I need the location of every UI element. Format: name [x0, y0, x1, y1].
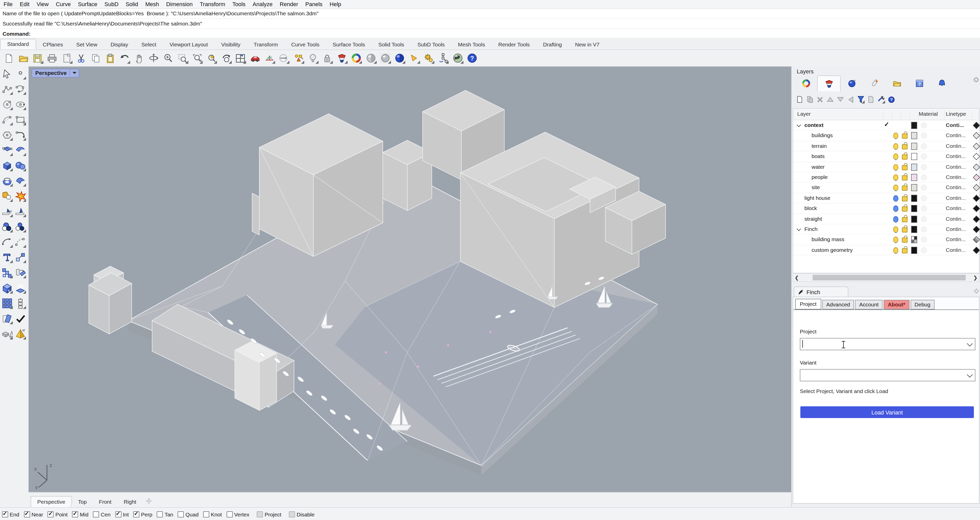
properties-tab-icon[interactable] — [795, 75, 817, 91]
layer-color-swatch[interactable] — [911, 195, 917, 201]
rotate-view-icon[interactable] — [148, 52, 159, 64]
toolbar-tab-curve-tools[interactable]: Curve Tools — [285, 40, 326, 49]
finch-options-gear-icon[interactable] — [974, 288, 980, 294]
layer-on-bulb-icon[interactable] — [893, 237, 898, 243]
polygon-icon[interactable] — [2, 130, 13, 141]
print-color-diamond[interactable] — [973, 236, 980, 243]
properties-page-icon[interactable] — [61, 52, 72, 64]
checkbox-checked-icon[interactable] — [24, 511, 30, 517]
toolbar-tab-visibility[interactable]: Visibility — [215, 40, 247, 49]
notifications-tab-icon[interactable] — [931, 75, 953, 91]
lock-objects-icon[interactable] — [322, 52, 333, 64]
variant-combobox[interactable] — [800, 369, 975, 381]
toolbar-tab-transform[interactable]: Transform — [247, 40, 285, 49]
checkbox-disabled-icon[interactable] — [257, 511, 263, 517]
layer-row-block[interactable]: block Contin... — [793, 203, 979, 214]
toolbar-tab-viewport-layout[interactable]: Viewport Layout — [163, 40, 215, 49]
layer-on-bulb-icon[interactable] — [893, 174, 898, 181]
checkbox-icon[interactable] — [93, 511, 99, 517]
text-icon[interactable] — [2, 252, 13, 263]
layer-row-context[interactable]: context ✓ Conti... — [793, 120, 979, 131]
layer-on-bulb-icon[interactable] — [893, 226, 898, 233]
print-color-diamond[interactable] — [973, 226, 980, 233]
menu-curve[interactable]: Curve — [52, 1, 75, 7]
layer-filter-icon[interactable] — [857, 95, 865, 103]
copy-icon[interactable] — [90, 52, 101, 64]
layer-lock-icon[interactable] — [902, 134, 907, 139]
surface-bend-icon[interactable] — [15, 145, 26, 156]
spheres-icon[interactable] — [15, 160, 26, 171]
finch-panel-tab[interactable]: Finch — [794, 287, 848, 297]
print-color-diamond[interactable] — [973, 246, 980, 254]
checkbox-icon[interactable] — [203, 511, 209, 517]
command-history[interactable]: Name of the file to open ( UpdatePromptU… — [0, 9, 980, 38]
menu-panels[interactable]: Panels — [302, 1, 326, 7]
blend-arc-icon[interactable] — [2, 236, 13, 248]
fillet-corner-icon[interactable] — [15, 130, 26, 141]
layer-on-bulb-icon[interactable] — [893, 133, 898, 139]
zoom-target-icon[interactable] — [206, 52, 217, 64]
osnap-end[interactable]: End — [2, 511, 19, 517]
layer-row-light-house[interactable]: light house Contin... — [793, 193, 979, 203]
named-view-icon[interactable] — [249, 52, 261, 64]
primitives-icon[interactable] — [2, 328, 13, 339]
print-color-diamond[interactable] — [973, 163, 980, 171]
zoom-selected-icon[interactable] — [191, 52, 203, 64]
selection-filter-icon[interactable] — [293, 52, 304, 64]
print-color-diamond[interactable] — [973, 184, 980, 192]
move-left-icon[interactable] — [847, 95, 854, 103]
toolbar-tab-new-in-v7[interactable]: New in V7 — [568, 40, 606, 49]
print-color-diamond[interactable] — [973, 205, 980, 212]
toolbar-tab-render-tools[interactable]: Render Tools — [492, 40, 536, 49]
spotlight-icon[interactable] — [409, 52, 420, 64]
collapse-icon[interactable] — [797, 227, 801, 231]
earth-icon[interactable] — [452, 52, 463, 64]
paste-icon[interactable] — [105, 52, 116, 64]
checkbox-icon[interactable] — [178, 511, 184, 517]
material-preview[interactable] — [921, 174, 927, 181]
checkbox-disabled-icon[interactable] — [289, 511, 295, 517]
toolbar-tab-select[interactable]: Select — [135, 40, 163, 49]
shaded-view-icon[interactable] — [365, 52, 376, 64]
material-preview[interactable] — [921, 237, 927, 243]
chamfer-edge-icon[interactable] — [15, 206, 26, 217]
toolbar-tab-standard[interactable]: Standard — [0, 39, 36, 49]
color-wheel-icon[interactable] — [351, 52, 362, 64]
layer-on-bulb-icon[interactable] — [893, 143, 898, 149]
viewport-tab-perspective[interactable]: Perspective — [30, 496, 72, 508]
project-combobox[interactable] — [800, 338, 975, 350]
box-icon[interactable] — [2, 160, 13, 171]
osnap-cen[interactable]: Cen — [93, 511, 111, 517]
layer-color-swatch[interactable] — [911, 216, 917, 222]
layer-row-buildings[interactable]: buildings Contin... — [793, 131, 979, 141]
menu-help[interactable]: Help — [326, 1, 345, 7]
match-properties-icon[interactable] — [2, 313, 13, 324]
osnap-knot[interactable]: Knot — [203, 511, 222, 517]
toolbar-tab-display[interactable]: Display — [104, 40, 135, 49]
boolean-circles-icon[interactable] — [2, 221, 13, 233]
finch-tab-project[interactable]: Project — [795, 299, 821, 309]
polyline-icon[interactable] — [2, 84, 13, 95]
blocks-icon[interactable] — [2, 267, 13, 278]
curve-icon[interactable] — [15, 84, 26, 95]
circle-icon[interactable] — [2, 99, 13, 110]
finch-tab-about[interactable]: About* — [884, 300, 910, 309]
checkbox-checked-icon[interactable] — [134, 511, 140, 517]
checkbox-icon[interactable] — [157, 511, 163, 517]
finch-tab-debug[interactable]: Debug — [911, 300, 935, 309]
toolbar-tab-mesh-tools[interactable]: Mesh Tools — [452, 40, 492, 49]
boolean-union-icon[interactable] — [2, 191, 13, 202]
checkbox-icon[interactable] — [226, 511, 232, 517]
layer-lock-icon[interactable] — [902, 206, 907, 212]
checkbox-checked-icon[interactable] — [48, 511, 54, 517]
osnap-disable[interactable]: Disable — [289, 511, 314, 517]
print-color-diamond[interactable] — [973, 132, 980, 140]
rendering-tab-icon[interactable] — [841, 75, 863, 91]
osnap-tan[interactable]: Tan — [157, 511, 173, 517]
perspective-viewport[interactable]: Perspective z x y — [29, 66, 791, 493]
material-preview[interactable] — [921, 143, 927, 149]
menu-file[interactable]: File — [0, 1, 16, 7]
layer-lock-icon[interactable] — [902, 248, 907, 253]
scroll-right-icon[interactable]: ❯ — [972, 275, 979, 281]
collapse-icon[interactable] — [797, 123, 801, 127]
